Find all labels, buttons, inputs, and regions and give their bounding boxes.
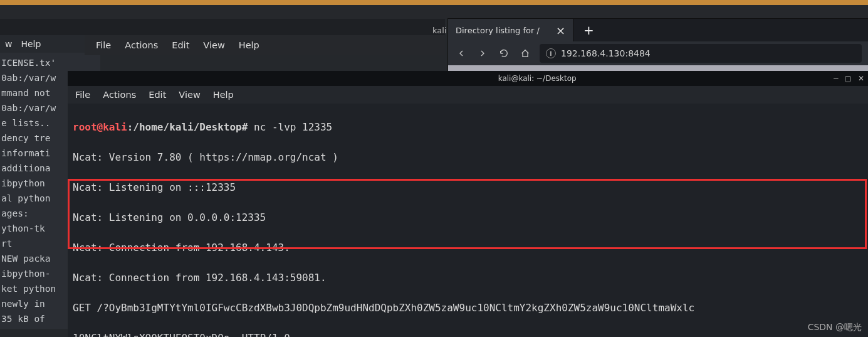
menu-help[interactable]: Help xyxy=(213,90,234,100)
arrow-right-icon xyxy=(478,48,488,58)
url-bar[interactable]: i 192.168.4.130:8484 xyxy=(540,44,862,63)
menu-view[interactable]: View xyxy=(179,90,200,100)
browser-tab[interactable]: Directory listing for / × xyxy=(448,19,573,41)
reload-button[interactable] xyxy=(494,44,513,63)
front-terminal[interactable]: kali@kali: ~/Desktop ─ ▢ ✕ File Actions … xyxy=(68,71,868,337)
browser-navbar: i 192.168.4.130:8484 xyxy=(448,41,868,65)
menu-view[interactable]: View xyxy=(203,40,224,50)
menu-actions[interactable]: Actions xyxy=(103,90,136,100)
minimize-icon[interactable]: ─ xyxy=(834,74,838,83)
forward-button[interactable] xyxy=(473,44,492,63)
terminal-output[interactable]: root@kali:/home/kali/Desktop# nc -lvp 12… xyxy=(68,104,868,337)
menu-item[interactable]: Help xyxy=(21,39,41,49)
top-orange-bar xyxy=(0,0,868,5)
arrow-left-icon xyxy=(456,48,466,58)
new-tab-button[interactable]: + xyxy=(573,23,604,38)
menu-edit[interactable]: Edit xyxy=(149,90,166,100)
back-button[interactable] xyxy=(452,44,471,63)
close-icon[interactable]: ✕ xyxy=(858,74,864,83)
bg2-titlebar xyxy=(85,19,445,35)
home-button[interactable] xyxy=(516,44,535,63)
maximize-icon[interactable]: ▢ xyxy=(845,74,852,83)
tab-close-icon[interactable]: × xyxy=(556,24,565,37)
watermark: CSDN @嗯光 xyxy=(808,322,862,333)
front-titlebar: kali@kali: ~/Desktop ─ ▢ ✕ xyxy=(68,71,868,86)
tab-title: Directory listing for / xyxy=(456,26,540,35)
reload-icon xyxy=(499,48,509,58)
menu-item[interactable]: w xyxy=(5,39,12,49)
menu-edit[interactable]: Edit xyxy=(172,40,189,50)
info-icon[interactable]: i xyxy=(546,48,556,58)
menu-file[interactable]: File xyxy=(75,90,90,100)
menu-actions[interactable]: Actions xyxy=(125,40,158,50)
url-text: 192.168.4.130:8484 xyxy=(561,48,651,58)
bg-terminal-2: File Actions Edit View Help xyxy=(85,19,445,55)
top-label: kali xyxy=(432,26,447,35)
desktop-panel xyxy=(0,5,868,19)
bg2-menubar: File Actions Edit View Help xyxy=(85,35,445,55)
front-menubar: File Actions Edit View Help xyxy=(68,86,868,104)
home-icon xyxy=(520,48,530,58)
menu-file[interactable]: File xyxy=(96,40,111,50)
window-title: kali@kali: ~/Desktop xyxy=(71,74,827,83)
browser-tabstrip: Directory listing for / × + xyxy=(448,19,868,41)
menu-help[interactable]: Help xyxy=(239,40,259,50)
